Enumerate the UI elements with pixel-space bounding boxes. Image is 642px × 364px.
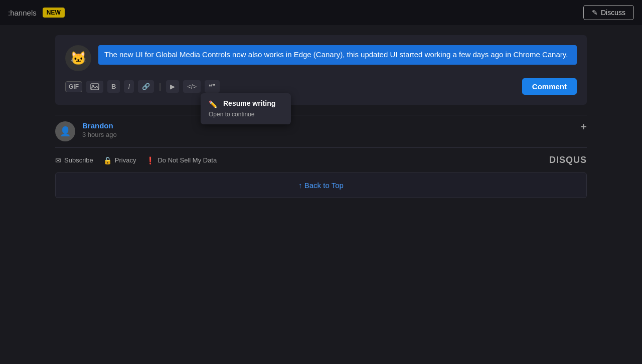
pencil-icon: ✏️ (209, 100, 217, 108)
privacy-link[interactable]: 🔒 Privacy (103, 156, 136, 164)
comment-meta: Brandon 3 hours ago (82, 121, 573, 138)
bold-button[interactable]: B (107, 80, 120, 93)
envelope-icon: ✉ (55, 156, 61, 164)
image-button[interactable] (86, 81, 103, 93)
discuss-icon: ✎ (592, 9, 598, 17)
privacy-label: Privacy (115, 156, 136, 164)
resume-writing-tooltip: ✏️ Resume writing Open to continue (201, 93, 291, 124)
comment-user-row: 🐱 The new UI for Global Media Controls n… (65, 45, 577, 71)
spoiler-button[interactable]: ▶ (166, 80, 179, 93)
warning-icon: ❗ (146, 156, 154, 164)
avatar-small: 👤 (55, 121, 75, 141)
discuss-label: Discuss (601, 9, 625, 17)
back-to-top-button[interactable]: ↑ Back to Top (55, 172, 587, 198)
image-icon (90, 83, 99, 90)
channels-label: :hannels (8, 9, 37, 17)
top-bar: :hannels NEW ✎ Discuss (0, 0, 642, 25)
do-not-sell-label: Do Not Sell My Data (157, 156, 217, 164)
lock-icon: 🔒 (103, 156, 112, 164)
subscribe-link[interactable]: ✉ Subscribe (55, 156, 93, 164)
code-button[interactable]: </> (183, 80, 201, 93)
tooltip-subtitle: Open to continue (209, 111, 254, 118)
main-content: 🐱 The new UI for Global Media Controls n… (0, 25, 642, 208)
italic-button[interactable]: I (124, 80, 134, 93)
toolbar-separator: | (159, 82, 161, 91)
commenter-name[interactable]: Brandon (82, 121, 573, 130)
quote-button[interactable]: ❝❞ (205, 80, 220, 93)
new-badge: NEW (43, 8, 65, 18)
expand-button[interactable]: + (580, 121, 587, 132)
subscribe-label: Subscribe (64, 156, 93, 164)
do-not-sell-link[interactable]: ❗ Do Not Sell My Data (146, 156, 217, 164)
comment-toolbar: GIF B I 🔗 | ▶ </> (65, 78, 577, 95)
back-to-top-label: ↑ Back to Top (298, 181, 344, 190)
disqus-footer: ✉ Subscribe 🔒 Privacy ❗ Do Not Sell My D… (55, 147, 587, 172)
disqus-brand: DISQUS (549, 155, 587, 165)
avatar: 🐱 (65, 45, 91, 71)
comment-input-block: 🐱 The new UI for Global Media Controls n… (55, 35, 587, 105)
discuss-button[interactable]: ✎ Discuss (583, 5, 634, 20)
comment-row: 👤 Brandon 3 hours ago + (55, 115, 587, 147)
comment-button[interactable]: Comment (522, 78, 577, 95)
comment-text-selected[interactable]: The new UI for Global Media Controls now… (98, 45, 577, 65)
commenter-time: 3 hours ago (82, 131, 573, 138)
tooltip-title: Resume writing (223, 99, 275, 107)
link-button[interactable]: 🔗 (138, 80, 154, 93)
gif-button[interactable]: GIF (65, 81, 82, 92)
